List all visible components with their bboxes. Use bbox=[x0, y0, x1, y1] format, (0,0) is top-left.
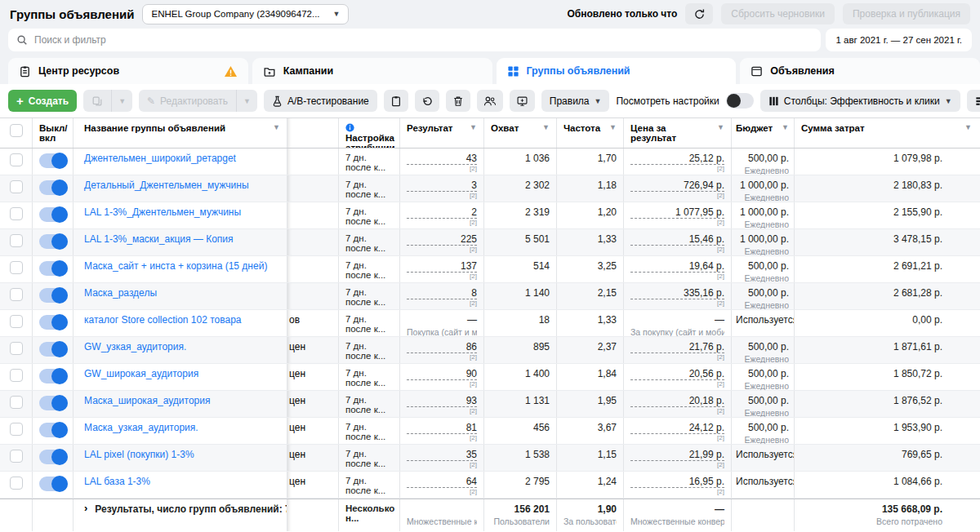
attribution-cell: 7 дн. после к... bbox=[339, 472, 400, 498]
audience-button[interactable] bbox=[477, 90, 503, 112]
ab-test-button[interactable]: А/В-тестирование bbox=[264, 90, 377, 112]
review-publish-button[interactable]: Проверка и публикация bbox=[843, 3, 970, 24]
spent-header[interactable]: Сумма затрат▼ bbox=[795, 118, 980, 148]
adset-toggle[interactable] bbox=[39, 234, 68, 249]
cost-value[interactable]: 1 077,95 р. bbox=[630, 206, 724, 219]
delete-button[interactable] bbox=[446, 90, 470, 112]
cost-value[interactable]: 20,56 р. bbox=[630, 368, 724, 380]
view-settings-toggle[interactable] bbox=[726, 93, 754, 109]
adset-toggle[interactable] bbox=[39, 207, 68, 222]
cost-value[interactable]: 25,12 р. bbox=[630, 153, 724, 165]
result-value[interactable]: 93 bbox=[407, 395, 477, 407]
result-value[interactable]: 35 bbox=[407, 449, 477, 461]
duplicate-split-button: ▼ bbox=[83, 90, 132, 112]
cost-header[interactable]: Цена за результат▼ bbox=[624, 118, 732, 148]
name-header[interactable]: Название группы объявлений▼ bbox=[74, 118, 287, 148]
edit-options-button[interactable]: ▼ bbox=[236, 90, 257, 112]
adset-toggle[interactable] bbox=[39, 369, 68, 383]
row-checkbox[interactable] bbox=[10, 477, 23, 490]
row-checkbox[interactable] bbox=[10, 369, 23, 382]
cost-value[interactable]: 16,95 р. bbox=[630, 476, 724, 488]
duplicate-button[interactable] bbox=[83, 90, 111, 112]
adset-name-link[interactable]: Маска_широкая_аудитория bbox=[84, 395, 280, 406]
adset-name-link[interactable]: Маска_сайт + инста + корзина (15 дней) bbox=[84, 260, 280, 272]
adset-name-link[interactable]: LAL 1-3%_Джентельмен_мужчины bbox=[84, 206, 280, 218]
result-value[interactable]: 2 bbox=[407, 206, 477, 219]
undo-button[interactable] bbox=[415, 90, 439, 112]
result-value[interactable]: 137 bbox=[407, 260, 477, 273]
date-range-picker[interactable]: 1 авг 2021 г. — 27 сен 2021 г. bbox=[826, 29, 972, 51]
account-selector[interactable]: ENHEL Group Company (2349096472... ▼ bbox=[142, 4, 349, 24]
budget-type: Ежедневно bbox=[736, 354, 789, 363]
row-checkbox[interactable] bbox=[10, 234, 23, 247]
cost-value[interactable]: 24,12 р. bbox=[630, 422, 724, 434]
adset-name-link[interactable]: Маска_узкая_аудитория. bbox=[84, 422, 280, 433]
breakdown-button[interactable]: Разбивка ▼ bbox=[967, 90, 980, 112]
reach-header[interactable]: Охват▼ bbox=[484, 118, 557, 148]
device-preview-button[interactable] bbox=[510, 90, 535, 112]
cost-value[interactable]: 726,94 р. bbox=[630, 180, 724, 192]
adset-name-link[interactable]: Джентельмен_широкий_ретарget bbox=[84, 153, 280, 164]
row-checkbox[interactable] bbox=[10, 261, 23, 274]
row-checkbox[interactable] bbox=[10, 207, 23, 220]
row-checkbox[interactable] bbox=[10, 423, 23, 436]
result-value[interactable]: 86 bbox=[407, 341, 477, 353]
result-value[interactable]: 64 bbox=[407, 476, 477, 488]
result-value[interactable]: 81 bbox=[407, 422, 477, 434]
adset-toggle[interactable] bbox=[39, 153, 68, 168]
result-value[interactable]: 43 bbox=[407, 153, 477, 165]
adset-name-link[interactable]: LAL pixel (покупки) 1-3% bbox=[84, 449, 280, 460]
adset-toggle[interactable] bbox=[39, 342, 68, 357]
adset-toggle[interactable] bbox=[39, 477, 68, 491]
cost-value[interactable]: 20,18 р. bbox=[630, 395, 724, 407]
cost-value[interactable]: 19,64 р. bbox=[630, 260, 724, 273]
adset-toggle[interactable] bbox=[39, 450, 68, 464]
rules-button[interactable]: Правила ▼ bbox=[541, 90, 610, 112]
row-checkbox[interactable] bbox=[10, 342, 23, 355]
tab-ads[interactable]: Объявления bbox=[740, 58, 980, 84]
frequency-header[interactable]: Частота▼ bbox=[557, 118, 624, 148]
adset-name-link[interactable]: Маска_разделы bbox=[84, 287, 280, 299]
result-header[interactable]: Результат▼ bbox=[400, 118, 484, 148]
adset-name-link[interactable]: GW_широкая_аудитория bbox=[84, 368, 280, 379]
adset-toggle[interactable] bbox=[39, 261, 68, 276]
search-input[interactable]: Поиск и фильтр bbox=[8, 29, 821, 51]
cost-value[interactable]: 21,76 р. bbox=[630, 341, 724, 353]
cost-value[interactable]: 15,46 р. bbox=[630, 233, 724, 246]
adset-name-link[interactable]: GW_узкая_аудитория. bbox=[84, 341, 280, 352]
row-checkbox[interactable] bbox=[10, 315, 23, 328]
cost-value[interactable]: 21,99 р. bbox=[630, 449, 724, 461]
tab-ad-sets[interactable]: Группы объявлений bbox=[497, 58, 737, 84]
row-checkbox[interactable] bbox=[10, 396, 23, 409]
adset-name-link[interactable]: LAL 1-3%_маски_акция — Копия bbox=[84, 233, 280, 245]
cost-value[interactable]: 335,16 р. bbox=[630, 287, 724, 299]
create-button[interactable]: + Создать bbox=[8, 90, 77, 112]
refresh-button[interactable] bbox=[685, 3, 713, 24]
row-checkbox[interactable] bbox=[10, 153, 23, 166]
adset-name-link[interactable]: каталог Store collection 102 товара bbox=[84, 314, 280, 326]
result-value[interactable]: 8 bbox=[407, 287, 477, 299]
result-value[interactable]: 90 bbox=[407, 368, 477, 380]
adset-name-link[interactable]: Детальный_Джентельмен_мужчины bbox=[84, 180, 280, 191]
adset-name-link[interactable]: LAL база 1-3% bbox=[84, 476, 280, 487]
row-checkbox[interactable] bbox=[10, 180, 23, 193]
adset-toggle[interactable] bbox=[39, 315, 68, 330]
export-button[interactable] bbox=[384, 90, 408, 112]
duplicate-options-button[interactable]: ▼ bbox=[111, 90, 132, 112]
adset-toggle[interactable] bbox=[39, 423, 68, 437]
result-value[interactable]: 225 bbox=[407, 233, 477, 246]
row-checkbox[interactable] bbox=[10, 450, 23, 463]
edit-button[interactable]: ✎ Редактировать bbox=[139, 90, 236, 112]
row-checkbox[interactable] bbox=[10, 288, 23, 301]
adset-toggle[interactable] bbox=[39, 180, 68, 195]
adset-toggle[interactable] bbox=[39, 288, 68, 303]
tab-campaigns[interactable]: Кампании bbox=[252, 58, 492, 84]
adset-toggle[interactable] bbox=[39, 396, 68, 410]
select-all-checkbox[interactable] bbox=[10, 124, 23, 137]
budget-header[interactable]: Бюджет▼ bbox=[732, 118, 795, 148]
tab-resource-center[interactable]: Центр ресурсов bbox=[8, 58, 248, 84]
result-value[interactable]: 3 bbox=[407, 180, 477, 192]
discard-drafts-button[interactable]: Сбросить черновики bbox=[721, 3, 835, 24]
expand-chevron-icon[interactable]: › bbox=[84, 503, 87, 513]
columns-button[interactable]: Столбцы: Эффективность и клики ▼ bbox=[760, 90, 960, 112]
